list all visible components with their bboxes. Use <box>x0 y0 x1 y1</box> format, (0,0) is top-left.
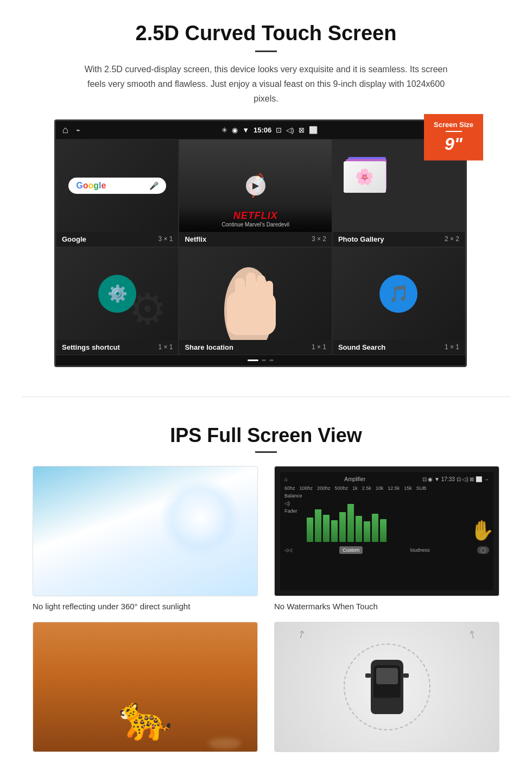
netflix-label: Netflix 3 × 2 <box>179 232 332 247</box>
feature-cheetah: 🐆 Super Fast Response <box>33 622 258 757</box>
settings-app-name: Settings shortcut <box>62 343 120 351</box>
dot-inactive-2 <box>269 359 274 361</box>
amp-title: Amplifier <box>344 476 365 482</box>
feature-img-amplifier: ⌂ Amplifier ⊡ ◉ ▼ 17:33 ⊡ ◁) ⊠ ⬜ → 60hz1… <box>274 466 499 596</box>
gallery-label: Photo Gallery 2 × 2 <box>333 232 465 247</box>
app-cell-sound[interactable]: 🎵 Sound Search 1 × 1 <box>332 247 465 355</box>
badge-label: Screen Size <box>434 121 473 129</box>
feature-img-sunlight <box>33 466 258 596</box>
gallery-img-front: 🌸 <box>344 161 386 193</box>
section-divider <box>22 396 510 397</box>
usb-icon: ⌁ <box>76 126 80 134</box>
badge-divider <box>446 131 462 132</box>
title-divider-2 <box>255 451 277 453</box>
sound-icon: 🎵 <box>379 275 417 313</box>
section2-title: IPS Full Screen View <box>33 424 499 447</box>
netflix-logo: NETFLIX <box>185 210 326 222</box>
google-search-bar[interactable]: Google 🎤 <box>68 178 166 194</box>
share-app-name: Share location <box>185 343 233 351</box>
feature-amplifier: ⌂ Amplifier ⊡ ◉ ▼ 17:33 ⊡ ◁) ⊠ ⬜ → 60hz1… <box>274 466 499 611</box>
badge-size: 9" <box>445 134 463 154</box>
sound-app-name: Sound Search <box>338 343 385 351</box>
section1-description: With 2.5D curved-display screen, this de… <box>76 62 456 106</box>
netflix-app-name: Netflix <box>185 235 206 243</box>
app-cell-settings[interactable]: ⚙️ ⚙ Settings shortcut 1 × 1 <box>56 247 179 355</box>
feature-grid: No light reflecting under 360° direct su… <box>33 466 499 757</box>
hand-on-eq: ✋ <box>470 519 495 542</box>
netflix-thumbnail: 🦸 ▶ NETFLIX Continue Marvel's Daredevil <box>179 140 332 232</box>
dot-active <box>248 359 258 361</box>
amp-screen: ⌂ Amplifier ⊡ ◉ ▼ 17:33 ⊡ ◁) ⊠ ⬜ → 60hz1… <box>280 472 493 590</box>
feature-sunlight: No light reflecting under 360° direct su… <box>33 466 258 611</box>
bg-gear-shadow: ⚙ <box>128 284 167 335</box>
section1-title: 2.5D Curved Touch Screen <box>33 22 499 45</box>
feature-caption-amplifier: No Watermarks When Touch <box>274 602 499 611</box>
netflix-play-button[interactable]: ▶ <box>246 176 265 195</box>
amp-nav-left[interactable]: ◁◁ <box>284 547 292 553</box>
loudness-label: loudness <box>410 547 430 553</box>
google-content: Google 🎤 <box>56 140 178 232</box>
screen-size-badge: Screen Size 9" <box>424 114 483 161</box>
viewing-circle <box>344 644 430 730</box>
settings-app-size: 1 × 1 <box>158 343 173 351</box>
bluetooth-icon: ✳ <box>221 126 227 134</box>
cheetah-emoji: 🐆 <box>118 692 173 743</box>
camera-icon: ⊡ <box>276 126 282 134</box>
mic-icon[interactable]: 🎤 <box>149 181 159 190</box>
car-top-view <box>371 660 403 714</box>
android-screen: ⌂ ⌁ ✳ ◉ ▼ 15:06 ⊡ ◁) ⊠ ⬜ <box>54 119 467 367</box>
amp-header: ⌂ Amplifier ⊡ ◉ ▼ 17:33 ⊡ ◁) ⊠ ⬜ → <box>284 476 489 482</box>
app-cell-netflix[interactable]: 🦸 ▶ NETFLIX Continue Marvel's Daredevil … <box>179 139 332 247</box>
share-app-size: 1 × 1 <box>312 343 326 351</box>
feature-img-cheetah: 🐆 <box>33 622 258 752</box>
settings-content: ⚙️ ⚙ <box>56 248 178 340</box>
status-bar: ⌂ ⌁ ✳ ◉ ▼ 15:06 ⊡ ◁) ⊠ ⬜ <box>56 121 465 139</box>
section-ips: IPS Full Screen View No light reflecting… <box>0 408 532 757</box>
share-content: G <box>179 248 332 340</box>
feature-img-car: ↗ ↖ <box>274 622 499 752</box>
google-app-size: 3 × 1 <box>158 235 173 243</box>
angle-arrow-right: ↖ <box>465 626 480 642</box>
amp-controls: Balance ◁) Fader <box>284 493 489 542</box>
dust-cloud <box>208 738 241 749</box>
netflix-overlay: NETFLIX Continue Marvel's Daredevil <box>179 206 332 232</box>
custom-btn[interactable]: Custom <box>339 546 363 554</box>
netflix-app-size: 3 × 2 <box>312 235 326 243</box>
home-icon[interactable]: ⌂ <box>62 124 68 136</box>
share-label: Share location 1 × 1 <box>179 340 332 355</box>
sound-app-size: 1 × 1 <box>445 343 459 351</box>
dots-indicator <box>56 355 465 365</box>
sound-content: 🎵 <box>333 248 465 340</box>
amp-icons: ⊡ ◉ ▼ 17:33 ⊡ ◁) ⊠ ⬜ → <box>422 476 489 482</box>
close-icon[interactable]: ⊠ <box>299 126 305 134</box>
car-view: ↗ ↖ <box>275 622 499 752</box>
amp-freq-labels: 60hz100hz200hz500hz1k2.5k10k12.5k15kSUB <box>284 485 489 491</box>
sound-label: Sound Search 1 × 1 <box>333 340 465 355</box>
wifi-icon: ▼ <box>242 126 249 134</box>
location-icon: ◉ <box>232 126 238 134</box>
app-cell-share[interactable]: G <box>179 247 332 355</box>
gallery-app-size: 2 × 2 <box>445 235 459 243</box>
title-divider <box>255 51 277 52</box>
google-label: Google 3 × 1 <box>56 232 178 247</box>
feature-car: ↗ ↖ Large Viewing Angle <box>274 622 499 757</box>
settings-label: Settings shortcut 1 × 1 <box>56 340 178 355</box>
app-grid-row2: ⚙️ ⚙ Settings shortcut 1 × 1 <box>56 247 465 355</box>
loudness-toggle[interactable]: ◯ <box>477 546 489 554</box>
status-bar-center: ✳ ◉ ▼ 15:06 ⊡ ◁) ⊠ ⬜ <box>221 126 317 134</box>
angle-arrow-left: ↗ <box>294 626 308 642</box>
google-app-name: Google <box>62 235 86 243</box>
netflix-subtitle: Continue Marvel's Daredevil <box>185 222 326 228</box>
google-logo: Google <box>76 181 106 191</box>
app-cell-google[interactable]: Google 🎤 Google 3 × 1 <box>56 139 179 247</box>
amp-footer: ◁◁ Custom loudness ◯ <box>284 546 489 554</box>
flower-icon: 🌸 <box>355 168 374 186</box>
dot-inactive <box>262 359 266 361</box>
device-container: Screen Size 9" ⌂ ⌁ ✳ ◉ ▼ 15:06 ⊡ ◁) ⊠ <box>54 119 478 367</box>
app-grid-row1: Google 🎤 Google 3 × 1 <box>56 139 465 247</box>
section-curved: 2.5D Curved Touch Screen With 2.5D curve… <box>0 0 532 386</box>
status-bar-left: ⌂ ⌁ <box>62 124 80 136</box>
sunlight-flare <box>160 477 241 559</box>
netflix-content: 🦸 ▶ NETFLIX Continue Marvel's Daredevil <box>179 140 332 232</box>
window-icon[interactable]: ⬜ <box>309 126 318 134</box>
